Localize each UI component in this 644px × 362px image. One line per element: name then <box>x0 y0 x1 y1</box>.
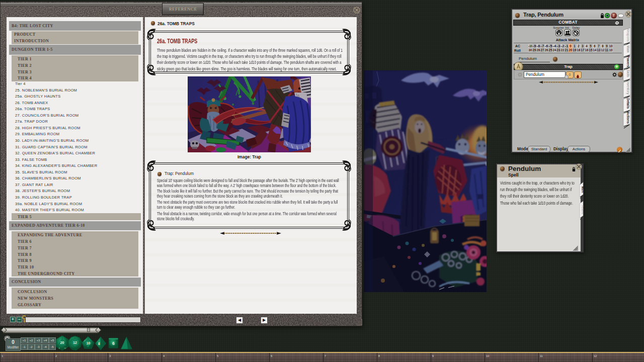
svg-text:Weapons: Weapons <box>626 28 630 42</box>
svg-text:11: 11 <box>605 48 609 52</box>
svg-text:10: 10 <box>87 341 91 345</box>
svg-text:15: 15 <box>589 48 593 52</box>
svg-text:27: 27 <box>541 48 544 52</box>
svg-text:1: 1 <box>574 44 576 48</box>
svg-text:12: 12 <box>601 48 605 52</box>
svg-text:Details: Details <box>626 98 630 109</box>
svg-text:26: 26 <box>545 48 548 52</box>
svg-text:9: 9 <box>606 44 608 48</box>
svg-text:14: 14 <box>64 347 66 349</box>
svg-text:3: 3 <box>582 44 584 48</box>
svg-text:Main: Main <box>581 187 584 193</box>
svg-text:17: 17 <box>581 48 585 52</box>
svg-text:23: 23 <box>557 48 560 52</box>
svg-text:4: 4 <box>586 44 588 48</box>
svg-text:-6: -6 <box>545 44 548 48</box>
svg-text:-1: -1 <box>565 44 569 48</box>
svg-text:12: 12 <box>73 341 77 344</box>
svg-text:Main: Main <box>626 46 630 53</box>
svg-text:Powers: Powers <box>626 56 630 67</box>
svg-text:-5: -5 <box>549 44 552 48</box>
svg-text:10: 10 <box>609 48 613 52</box>
svg-text:5: 5 <box>590 44 592 48</box>
svg-text:24: 24 <box>553 48 556 52</box>
svg-text:13: 13 <box>597 48 601 52</box>
svg-text:28: 28 <box>537 48 540 52</box>
svg-text:-2: -2 <box>561 44 565 48</box>
svg-text:6: 6 <box>594 44 596 48</box>
svg-text:8: 8 <box>602 44 604 48</box>
svg-text:Actions: Actions <box>626 112 630 124</box>
svg-text:8: 8 <box>59 347 60 349</box>
svg-text:25: 25 <box>549 48 552 52</box>
svg-text:20: 20 <box>569 48 573 52</box>
svg-text:2: 2 <box>84 340 85 342</box>
svg-text:Skills: Skills <box>626 70 630 77</box>
svg-text:-3: -3 <box>557 44 560 48</box>
svg-text:20: 20 <box>60 340 64 345</box>
svg-text:-4: -4 <box>553 44 556 48</box>
svg-text:-7: -7 <box>541 44 544 48</box>
svg-text:0: 0 <box>570 44 572 48</box>
svg-text:30: 30 <box>529 48 532 52</box>
svg-text:29: 29 <box>533 48 536 52</box>
svg-text:18: 18 <box>577 48 581 52</box>
svg-text:-9: -9 <box>533 44 536 48</box>
svg-text:7: 7 <box>598 44 600 48</box>
svg-text:6: 6 <box>112 341 115 346</box>
svg-text:Actions: Actions <box>581 205 584 214</box>
svg-text:2: 2 <box>578 44 580 48</box>
svg-text:-10: -10 <box>528 44 532 48</box>
svg-text:-8: -8 <box>537 44 540 48</box>
svg-text:19: 19 <box>573 48 577 52</box>
svg-text:Inventory: Inventory <box>626 81 630 95</box>
svg-text:22: 22 <box>561 48 565 52</box>
svg-text:10: 10 <box>609 44 613 48</box>
svg-text:21: 21 <box>565 48 569 52</box>
svg-text:16: 16 <box>585 48 589 52</box>
svg-text:14: 14 <box>593 48 597 52</box>
svg-text:8: 8 <box>98 342 100 345</box>
